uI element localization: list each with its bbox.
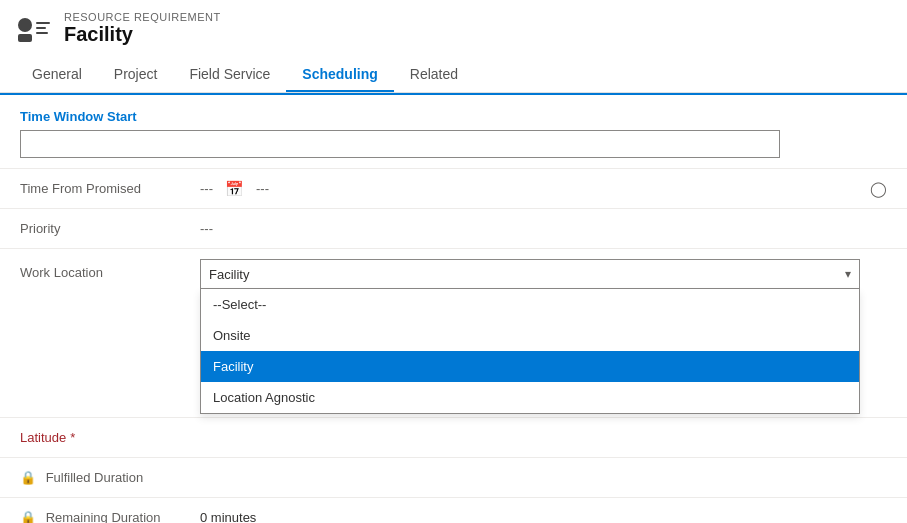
tab-field-service[interactable]: Field Service: [173, 58, 286, 92]
svg-rect-0: [18, 18, 32, 32]
svg-rect-2: [36, 22, 50, 24]
dropdown-option-location-agnostic[interactable]: Location Agnostic: [201, 382, 859, 413]
tab-scheduling[interactable]: Scheduling: [286, 58, 393, 92]
resource-requirement-icon: [16, 10, 52, 46]
dropdown-option-facility[interactable]: Facility: [201, 351, 859, 382]
label-fulfilled-duration: 🔒 Fulfilled Duration: [20, 470, 200, 485]
value-priority: ---: [200, 221, 887, 236]
tab-general[interactable]: General: [16, 58, 98, 92]
label-priority: Priority: [20, 221, 200, 236]
required-star: *: [70, 430, 75, 445]
tabs-nav: General Project Field Service Scheduling…: [16, 58, 891, 92]
label-time-from-promised: Time From Promised: [20, 181, 200, 196]
tab-project[interactable]: Project: [98, 58, 174, 92]
field-row-remaining-duration: 🔒 Remaining Duration 0 minutes: [0, 497, 907, 523]
remaining-duration-value: 0 minutes: [200, 510, 256, 523]
time-from-value: ---: [200, 181, 213, 196]
work-location-selected[interactable]: Facility ▾: [200, 259, 860, 289]
field-row-fulfilled-duration: 🔒 Fulfilled Duration: [0, 457, 907, 497]
record-title-block: RESOURCE REQUIREMENT Facility: [64, 11, 221, 46]
value-remaining-duration: 0 minutes: [200, 510, 887, 523]
field-row-latitude: Latitude*: [0, 417, 907, 457]
svg-rect-1: [18, 34, 32, 42]
dropdown-option-onsite[interactable]: Onsite: [201, 320, 859, 351]
priority-value: ---: [200, 221, 213, 236]
field-row-priority: Priority ---: [0, 208, 907, 248]
record-header: RESOURCE REQUIREMENT Facility: [16, 10, 891, 54]
svg-rect-4: [36, 32, 48, 34]
time-to-value: ---: [256, 181, 269, 196]
dropdown-option-select[interactable]: --Select--: [201, 289, 859, 320]
clock-icon[interactable]: ◯: [870, 180, 887, 198]
work-location-dropdown[interactable]: Facility ▾ --Select-- Onsite Facility Lo…: [200, 259, 860, 289]
lock-icon-fulfilled: 🔒: [20, 470, 36, 485]
work-location-dropdown-menu: --Select-- Onsite Facility Location Agno…: [200, 289, 860, 414]
field-row-time-from-promised: Time From Promised --- 📅 --- ◯: [0, 168, 907, 208]
value-time-from-promised: --- 📅 --- ◯: [200, 180, 887, 198]
label-latitude: Latitude*: [20, 430, 200, 445]
record-type-label: RESOURCE REQUIREMENT: [64, 11, 221, 23]
time-window-start-input[interactable]: [20, 130, 780, 158]
record-name: Facility: [64, 23, 221, 46]
work-location-selected-text: Facility: [209, 267, 249, 282]
tab-related[interactable]: Related: [394, 58, 474, 92]
value-work-location: Facility ▾ --Select-- Onsite Facility Lo…: [200, 259, 887, 289]
section-title: Time Window Start: [0, 95, 907, 128]
time-window-input-wrap: [0, 128, 907, 168]
dropdown-arrow-icon: ▾: [845, 267, 851, 281]
lock-icon-remaining: 🔒: [20, 510, 36, 523]
label-remaining-duration: 🔒 Remaining Duration: [20, 510, 200, 523]
svg-rect-3: [36, 27, 46, 29]
label-work-location: Work Location: [20, 259, 200, 280]
form-area: Time Window Start Time From Promised ---…: [0, 93, 907, 523]
calendar-icon[interactable]: 📅: [225, 180, 244, 198]
field-row-work-location: Work Location Facility ▾ --Select-- Onsi…: [0, 248, 907, 297]
app-header: RESOURCE REQUIREMENT Facility General Pr…: [0, 0, 907, 93]
